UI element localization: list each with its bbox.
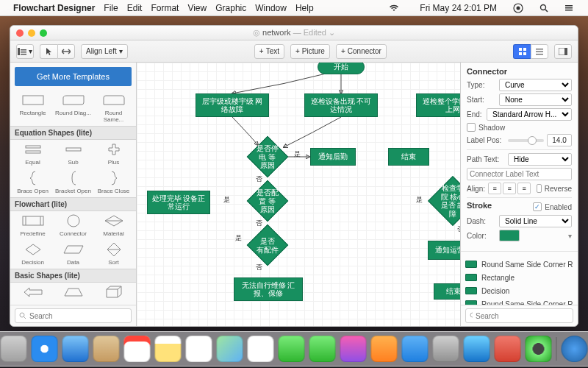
shape-thumb-brace-open[interactable]: Brace Open	[15, 170, 51, 194]
app-menu-name[interactable]: Flowchart Designer	[13, 3, 95, 13]
dock-dictionary-icon[interactable]	[495, 336, 521, 362]
pointer-tool-button[interactable]	[40, 44, 57, 59]
dock-itunes-icon[interactable]	[340, 336, 367, 362]
stroke-enabled-checkbox[interactable]	[533, 202, 542, 211]
shape-thumb-data[interactable]: Data	[55, 241, 91, 266]
labelpos-slider[interactable]	[508, 139, 544, 142]
wifi-icon[interactable]	[389, 4, 399, 12]
connector-start-select[interactable]: None	[499, 93, 572, 106]
shape-thumb-brace-close[interactable]: Brace Close	[96, 170, 132, 194]
window-minimize-button[interactable]	[28, 29, 35, 37]
pathtext-select[interactable]: Hide	[508, 153, 572, 166]
shape-thumb-rectangle[interactable]: Rectangle	[15, 92, 51, 123]
shape-thumb-material[interactable]: Material	[96, 213, 132, 237]
shadow-checkbox[interactable]	[467, 123, 476, 132]
notification-center-icon[interactable]	[564, 4, 573, 13]
connector-type-select[interactable]: Curve	[499, 79, 572, 91]
labelpos-value[interactable]: 14.0	[547, 134, 572, 146]
align-center-button[interactable]: ≡	[503, 183, 516, 194]
align-menu-button[interactable]: Align Left ▾	[81, 44, 128, 59]
shape-thumb-trapezoid[interactable]	[55, 284, 91, 302]
stroke-color-well[interactable]	[499, 230, 520, 241]
shape-thumb-cube[interactable]	[96, 284, 132, 302]
dock-reminders-icon[interactable]	[186, 336, 212, 362]
align-left-button[interactable]: ≡	[488, 183, 501, 194]
get-templates-button[interactable]: Get More Templates	[15, 67, 132, 86]
node-cannot-fix[interactable]: 无法自行维修 汇报、保修	[234, 277, 303, 301]
decision-core-fault[interactable]: 检查学院 核心是否 故障	[428, 176, 460, 226]
category-basic-shapes[interactable]: Basic Shapes (lite)	[10, 269, 136, 283]
siri-icon[interactable]	[513, 3, 523, 13]
shape-thumb-connector[interactable]: Connector	[55, 213, 91, 237]
node-device-unreachable[interactable]: 巡检设备出现 不可达情况	[304, 93, 378, 117]
shape-thumb-sub[interactable]: Sub	[55, 141, 91, 166]
menu-view[interactable]: View	[187, 3, 207, 13]
shape-thumb-equal[interactable]: Equal	[15, 141, 51, 166]
menubar-clock[interactable]: Fri May 24 2:01 PM	[420, 3, 497, 13]
shape-thumb-decision[interactable]: Decision	[15, 241, 51, 266]
dock-photos-icon[interactable]	[248, 336, 274, 362]
shape-thumb-sort[interactable]: Sort	[96, 241, 132, 266]
shape-thumb-arrow-left[interactable]	[15, 284, 51, 302]
reverse-checkbox[interactable]	[537, 184, 542, 193]
list-item[interactable]: Round Same Side Corner Rec	[465, 297, 573, 305]
node-notify-isp[interactable]: 通知运营商	[428, 241, 460, 260]
dash-select[interactable]: Solid Line	[499, 215, 572, 227]
dock-ibooks-icon[interactable]	[371, 336, 398, 362]
dock-contacts-icon[interactable]	[93, 336, 120, 362]
list-item[interactable]: Rectangle	[465, 271, 573, 284]
add-text-button[interactable]: + Text	[254, 44, 284, 59]
inspector-toggle-button[interactable]	[554, 44, 572, 59]
node-end-1[interactable]: 结束	[388, 148, 429, 166]
view-list-button[interactable]	[531, 44, 548, 59]
dock-preferences-icon[interactable]	[433, 336, 459, 362]
node-college-offline[interactable]: 巡检整个学院 无法上网	[416, 93, 460, 117]
dock-safari-icon[interactable]	[32, 336, 58, 362]
dock-notes-icon[interactable]	[155, 336, 182, 362]
canvas[interactable]: 开始 层宇级或楼宇级 网络故障 巡检设备出现 不可达情况 巡检整个学院 无法上网…	[137, 63, 460, 326]
window-zoom-button[interactable]	[40, 29, 47, 37]
menu-help[interactable]: Help	[295, 3, 314, 13]
dock-appstore-icon[interactable]	[402, 336, 429, 362]
shape-thumb-plus[interactable]: Plus	[96, 141, 132, 166]
list-item[interactable]: Decision	[465, 284, 573, 297]
menu-edit[interactable]: Edit	[127, 3, 143, 13]
shapes-list-search[interactable]	[465, 308, 573, 323]
dock-facetime-icon[interactable]	[309, 336, 336, 362]
search-icon[interactable]	[539, 4, 548, 13]
list-item[interactable]: Round Same Side Corner Rec	[465, 258, 573, 271]
color-options-icon[interactable]: ▾	[568, 232, 572, 240]
node-end-2[interactable]: 结束	[434, 283, 460, 300]
shape-thumb-predefine[interactable]: Predefine	[15, 213, 51, 237]
shape-search-field[interactable]	[15, 308, 132, 323]
dock-mail-icon[interactable]	[62, 336, 89, 362]
view-grid-button[interactable]	[513, 44, 531, 59]
connector-end-select[interactable]: Standard Arrow H...	[487, 108, 572, 121]
add-connector-button[interactable]: + Connector	[336, 44, 387, 59]
dock-messages-icon[interactable]	[279, 336, 305, 362]
shape-search-input[interactable]	[29, 312, 127, 320]
dock-maps-icon[interactable]	[217, 336, 243, 362]
dock-downloads-icon[interactable]	[562, 336, 588, 362]
node-start[interactable]: 开始	[318, 63, 365, 74]
shape-thumb-bracket-open[interactable]: Bracket Open	[55, 170, 91, 194]
align-right-button[interactable]: ≡	[517, 183, 531, 194]
category-equation-shapes[interactable]: Equation Shapes (lite)	[10, 126, 136, 140]
node-processing-done[interactable]: 处理完毕 设备正常运行	[147, 191, 210, 214]
node-building-fault[interactable]: 层宇级或楼宇级 网络故障	[196, 93, 269, 117]
menu-format[interactable]: Format	[151, 3, 179, 13]
dock-xcode-icon[interactable]	[464, 336, 490, 362]
scale-tool-button[interactable]	[57, 44, 75, 59]
menu-graphic[interactable]: Graphic	[215, 3, 246, 13]
window-titlebar[interactable]: ◎ network — Edited ⌄	[10, 26, 578, 40]
add-picture-button[interactable]: + Picture	[290, 44, 330, 59]
decision-config-issue[interactable]: 是否配置 等原因	[247, 180, 289, 222]
outline-toggle-button[interactable]: ▾	[16, 44, 34, 59]
menu-file[interactable]: File	[104, 3, 118, 13]
decision-has-parts[interactable]: 是否 有配件	[247, 224, 289, 266]
node-notify-logistics[interactable]: 通知后勤	[310, 148, 356, 166]
dock-quicktime-icon[interactable]	[526, 336, 552, 362]
menu-window[interactable]: Window	[255, 3, 287, 13]
category-flowchart[interactable]: Flowchart (lite)	[10, 197, 136, 211]
window-close-button[interactable]	[16, 29, 24, 37]
